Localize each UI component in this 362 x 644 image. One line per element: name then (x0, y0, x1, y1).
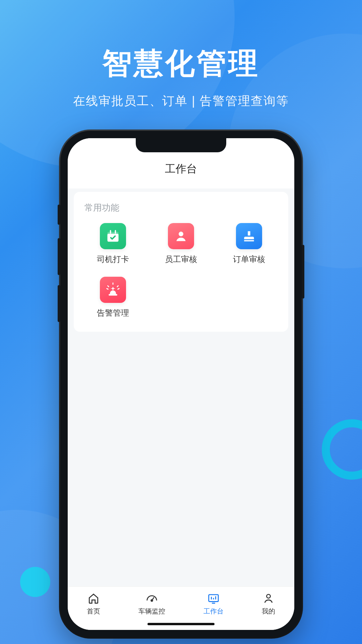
person-icon (262, 592, 275, 605)
phone-side-button-icon (302, 245, 304, 299)
phone-notch-icon (136, 138, 226, 152)
svg-point-5 (151, 600, 153, 601)
phone-side-button-icon (58, 205, 60, 225)
svg-rect-4 (109, 294, 117, 296)
function-driver-checkin[interactable]: 司机打卡 (80, 223, 145, 265)
home-indicator-icon (147, 623, 215, 625)
gauge-icon (145, 592, 158, 605)
function-label: 订单审核 (233, 254, 265, 265)
function-label: 告警管理 (97, 308, 129, 318)
phone-side-button-icon (58, 238, 60, 275)
nav-label: 车辆监控 (138, 607, 165, 616)
function-label: 员工审核 (165, 254, 197, 265)
svg-point-2 (179, 232, 183, 236)
deco-circle-icon (20, 567, 50, 597)
page-title: 工作台 (68, 162, 294, 176)
nav-vehicle-monitor[interactable]: 车辆监控 (138, 592, 165, 616)
nav-workbench[interactable]: 工作台 (203, 592, 224, 616)
nav-label: 我的 (262, 607, 275, 616)
functions-grid: 司机打卡 员工审核 订单审核 (80, 223, 282, 318)
phone-screen: 工作台 常用功能 司机打卡 员工审核 (68, 138, 294, 630)
workbench-icon (207, 592, 220, 605)
svg-rect-3 (244, 240, 254, 241)
nav-label: 首页 (87, 607, 100, 616)
bottom-nav: 首页 车辆监控 工作台 (68, 586, 294, 630)
function-order-review[interactable]: 订单审核 (217, 223, 282, 265)
section-label: 常用功能 (80, 202, 282, 214)
alarm-icon (100, 277, 126, 303)
promo-title: 智慧化管理 (0, 44, 362, 84)
calendar-check-icon (100, 223, 126, 249)
function-alert-management[interactable]: 告警管理 (80, 277, 145, 318)
nav-home[interactable]: 首页 (87, 592, 100, 616)
home-icon (87, 592, 100, 605)
promo-heading: 智慧化管理 在线审批员工、订单 | 告警管理查询等 (0, 0, 362, 109)
deco-ring-icon (322, 419, 362, 480)
function-employee-review[interactable]: 员工审核 (148, 223, 213, 265)
promo-subtitle: 在线审批员工、订单 | 告警管理查询等 (0, 93, 362, 109)
function-label: 司机打卡 (97, 254, 129, 265)
phone-frame: 工作台 常用功能 司机打卡 员工审核 (60, 131, 302, 637)
svg-point-7 (266, 594, 270, 598)
common-functions-card: 常用功能 司机打卡 员工审核 (74, 192, 288, 332)
person-icon (168, 223, 194, 249)
phone-side-button-icon (58, 285, 60, 322)
nav-label: 工作台 (203, 607, 224, 616)
stamp-icon (236, 223, 262, 249)
nav-profile[interactable]: 我的 (262, 592, 275, 616)
phone-mockup: 工作台 常用功能 司机打卡 员工审核 (60, 131, 302, 637)
